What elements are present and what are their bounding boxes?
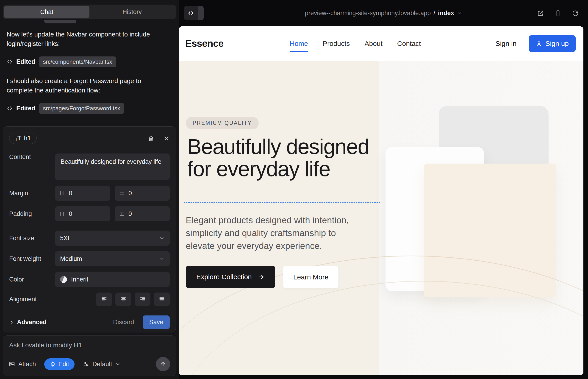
margin-x-control [55,186,110,201]
close-icon [163,135,170,142]
color-field-row: Color Inherit [9,272,170,287]
url-separator: / [433,10,435,17]
chat-history-tabs: Chat History [3,5,176,19]
target-icon [50,361,56,367]
font-size-label: Font size [9,235,55,242]
chevron-right-icon [9,320,14,325]
color-select[interactable]: Inherit [55,272,170,287]
sign-up-label: Sign up [545,40,569,47]
save-button[interactable]: Save [143,316,170,329]
align-right-button[interactable] [135,293,150,306]
nav-link-home[interactable]: Home [290,40,308,47]
open-external-button[interactable] [537,10,544,17]
premium-quality-badge: PREMIUM QUALITY [186,117,259,129]
text-size-icon: TT [15,135,21,141]
explore-collection-label: Explore Collection [196,273,252,281]
margin-y-input[interactable] [128,190,147,197]
nav-link-contact[interactable]: Contact [397,40,421,47]
padding-label: Padding [9,210,55,218]
toggle-handle[interactable] [198,6,204,20]
smartphone-icon [555,10,561,17]
site-logo[interactable]: Essence [185,38,224,49]
tab-history[interactable]: History [90,6,175,18]
site-nav-actions: Sign in Sign up [495,35,577,52]
color-label: Color [9,276,55,283]
trash-icon [148,135,154,142]
explore-collection-button[interactable]: Explore Collection [186,266,275,288]
margin-y-control [115,186,170,201]
mobile-view-button[interactable] [555,10,561,17]
nav-link-products[interactable]: Products [323,40,350,47]
file-path-pill[interactable]: src/pages/ForgotPassword.tsx [39,103,124,114]
sign-in-button[interactable]: Sign in [495,40,517,47]
content-label: Content [9,154,55,161]
padding-field-row: Padding [9,206,170,221]
font-weight-label: Font weight [9,255,55,262]
preview-frame: preview--charming-site-symphony.lovable.… [179,0,588,379]
tab-chat[interactable]: Chat [4,6,90,18]
edited-label: Edited [16,105,35,112]
close-editor-button[interactable] [163,135,170,142]
element-editor-panel: TT h1 Content Beautifully designed for e… [3,126,176,332]
advanced-toggle[interactable]: Advanced [9,319,46,326]
font-weight-value: Medium [60,255,82,262]
editor-header-actions [148,135,170,142]
model-default-selector[interactable]: Default [83,361,120,368]
composer-input[interactable] [9,342,170,349]
default-label: Default [93,361,112,368]
advanced-label: Advanced [17,319,46,326]
align-justify-button[interactable] [154,293,170,306]
padding-x-input[interactable] [69,210,87,218]
selected-h1-outline[interactable]: Beautifully designed for everyday life [184,134,380,203]
edit-mode-button[interactable]: Edit [44,358,75,370]
composer-toolbar: Attach Edit Default [9,357,170,371]
padding-y-input[interactable] [128,210,147,218]
editor-footer: Advanced Discard Save [9,316,170,329]
align-center-button[interactable] [115,293,131,306]
chevron-down-icon [115,362,120,367]
align-left-button[interactable] [96,293,112,306]
code-view-toggle[interactable] [184,6,204,20]
attach-button[interactable]: Attach [9,361,36,368]
refresh-button[interactable] [572,10,579,17]
chat-message: I should also create a Forgot Password p… [7,76,167,95]
align-left-icon [101,296,107,302]
hero-cta-row: Explore Collection Learn More [186,266,339,288]
chevron-down-icon [159,256,165,262]
code-icon [7,59,13,65]
edited-label: Edited [16,58,35,65]
padding-horizontal-icon [59,211,65,217]
margin-x-input[interactable] [69,190,87,197]
color-value: Inherit [71,276,88,283]
code-icon [187,10,194,16]
padding-x-control [55,206,110,221]
align-justify-icon [159,296,165,302]
padding-y-control [115,206,170,221]
lovable-chat-panel: Chat History Now let's update the Navbar… [0,0,179,379]
site-navbar: Essence Home Products About Contact Sign… [179,26,583,61]
hero-subtext: Elegant products designed with intention… [186,214,367,252]
font-size-select[interactable]: 5XL [55,231,170,246]
sign-up-button[interactable]: Sign up [529,35,576,52]
send-button[interactable] [156,357,170,371]
attach-label: Attach [18,361,36,368]
arrow-up-icon [160,361,167,367]
arrow-right-icon [258,273,265,280]
nav-link-about[interactable]: About [364,40,382,47]
learn-more-button[interactable]: Learn More [283,266,339,288]
preview-topbar: preview--charming-site-symphony.lovable.… [179,0,588,26]
chevron-down-icon [457,11,462,16]
preview-url-selector[interactable]: preview--charming-site-symphony.lovable.… [305,0,462,26]
file-path-pill[interactable]: src/components/Navbar.tsx [39,56,117,67]
hero-section: PREMIUM QUALITY Beautifully designed for… [179,61,583,375]
padding-vertical-icon [119,211,125,217]
discard-button[interactable]: Discard [113,319,134,326]
preview-topbar-actions [537,0,579,26]
delete-element-button[interactable] [148,135,154,142]
alignment-buttons [55,293,170,306]
edited-file-row: Edited src/pages/ForgotPassword.tsx [7,103,172,114]
edit-label: Edit [59,361,69,368]
selected-element-pill[interactable]: TT h1 [9,133,37,144]
font-weight-select[interactable]: Medium [55,251,170,266]
content-input[interactable]: Beautifully designed for everyday life [55,154,170,180]
